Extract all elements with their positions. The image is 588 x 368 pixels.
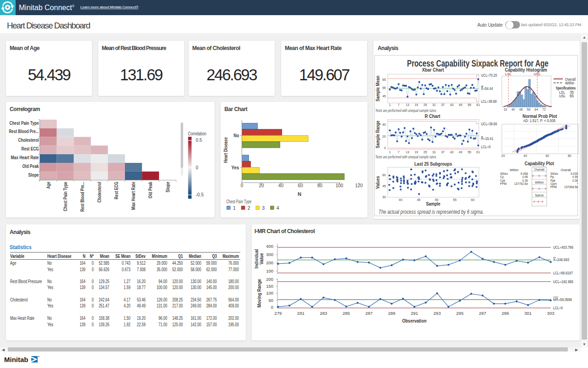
svg-text:Correlation: Correlation: [188, 131, 206, 136]
svg-text:45: 45: [382, 95, 386, 98]
svg-text:145.00: 145.00: [206, 284, 217, 290]
svg-text:No: No: [47, 297, 52, 302]
svg-text:60: 60: [382, 173, 386, 177]
svg-text:20: 20: [382, 135, 386, 138]
svg-text:50: 50: [435, 198, 439, 201]
svg-text:LCL=38.68: LCL=38.68: [481, 99, 497, 104]
svg-text:158.38: 158.38: [99, 315, 109, 321]
svg-text:2: 2: [248, 206, 250, 211]
svg-text:43: 43: [450, 151, 453, 154]
svg-text:164: 164: [79, 297, 85, 302]
svg-text:409.00: 409.00: [228, 303, 239, 308]
svg-text:Max Heart Rate: Max Heart Rate: [11, 155, 39, 160]
svg-text:Max Heart Rate: Max Heart Rate: [130, 182, 136, 210]
svg-text:32: 32: [503, 108, 507, 111]
svg-text:0: 0: [92, 284, 94, 290]
svg-text:1: 1: [233, 206, 236, 211]
svg-text:SE Mean: SE Mean: [115, 253, 130, 259]
svg-text:19: 19: [414, 103, 418, 106]
svg-text:208.25: 208.25: [172, 297, 183, 302]
svg-text:1.59: 1.59: [124, 284, 130, 290]
svg-text:25: 25: [424, 151, 427, 154]
svg-text:40: 40: [511, 108, 515, 111]
svg-text:49: 49: [459, 151, 463, 154]
svg-text:Rest ECG: Rest ECG: [113, 182, 119, 199]
svg-text:172.00: 172.00: [206, 315, 217, 321]
svg-text:200: 200: [266, 260, 273, 265]
svg-text:35.000: 35.000: [157, 267, 167, 272]
svg-text:LSL: LSL: [505, 72, 512, 76]
svg-text:56: 56: [527, 108, 531, 111]
svg-text:N: N: [298, 191, 301, 197]
svg-text:200.00: 200.00: [228, 284, 239, 290]
svg-text:564.00: 564.00: [228, 297, 239, 302]
svg-text:UCL=192.965: UCL=192.965: [553, 279, 573, 284]
svg-text:161.00: 161.00: [191, 315, 201, 321]
svg-text:164: 164: [79, 315, 85, 321]
svg-text:77.000: 77.000: [228, 267, 239, 272]
svg-text:Yes: Yes: [47, 267, 53, 272]
svg-text:56.626: 56.626: [99, 267, 109, 272]
svg-text:53.46: 53.46: [137, 297, 146, 302]
svg-text:100: 100: [335, 183, 343, 188]
svg-text:137068.58: 137068.58: [564, 185, 578, 189]
svg-text:13: 13: [406, 151, 409, 154]
svg-text:UCL=403.766: UCL=403.766: [553, 245, 573, 250]
svg-text:7: 7: [398, 103, 400, 106]
svg-text:Cholesterol: Cholesterol: [10, 297, 28, 302]
svg-text:7.938: 7.938: [137, 267, 146, 272]
svg-text:303: 303: [547, 311, 554, 316]
svg-text:61: 61: [476, 151, 480, 154]
svg-text:Yes: Yes: [47, 322, 53, 327]
svg-text:Maximum: Maximum: [223, 253, 239, 259]
svg-text:Q1: Q1: [178, 253, 183, 259]
svg-text:USL: USL: [559, 94, 565, 98]
svg-text:140.00: 140.00: [206, 279, 217, 284]
svg-text:Last 25 Subgroups: Last 25 Subgroups: [414, 161, 452, 167]
svg-text:Sample Mean: Sample Mean: [375, 76, 380, 101]
svg-text:MR=59.0596: MR=59.0596: [553, 297, 572, 302]
svg-text:R=15.41: R=15.41: [481, 136, 493, 141]
svg-text:Chest Pain Type: Chest Pain Type: [62, 182, 68, 211]
svg-text:242.64: 242.64: [99, 297, 109, 302]
svg-text:Cholesterol: Cholesterol: [96, 182, 102, 202]
svg-text:Age: Age: [10, 260, 17, 266]
svg-text:Tests are performed with unequ: Tests are performed with unequal sample …: [375, 108, 437, 113]
svg-text:Heart Disease: Heart Disease: [47, 253, 72, 259]
svg-text:299: 299: [502, 311, 509, 316]
svg-text:1: 1: [389, 151, 391, 154]
svg-text:40: 40: [382, 123, 386, 126]
svg-text:134.57: 134.57: [99, 284, 109, 290]
svg-text:4.17: 4.17: [124, 297, 130, 302]
svg-text:PPM: PPM: [500, 182, 507, 186]
svg-text:71.00: 71.00: [158, 322, 167, 327]
svg-text:Specs: Specs: [535, 193, 544, 197]
svg-text:195.00: 195.00: [228, 322, 239, 327]
svg-text:142.00: 142.00: [191, 322, 201, 327]
svg-text:285: 285: [343, 311, 350, 316]
svg-text:400: 400: [266, 244, 273, 249]
svg-text:60: 60: [298, 183, 303, 188]
svg-text:45: 45: [382, 184, 386, 188]
svg-text:18.77: 18.77: [137, 284, 146, 290]
svg-text:58.000: 58.000: [191, 267, 201, 272]
svg-text:130.00: 130.00: [191, 284, 201, 290]
svg-text:Rest Blood Pre...: Rest Blood Pre...: [9, 128, 39, 134]
svg-text:0: 0: [92, 297, 94, 302]
svg-text:No: No: [47, 315, 52, 321]
svg-text:Tests are performed with unequ: Tests are performed with unequal sample …: [375, 155, 437, 159]
svg-text:55: 55: [468, 151, 471, 154]
svg-text:120.00: 120.00: [172, 279, 183, 284]
svg-text:0: 0: [92, 279, 94, 284]
svg-text:0.743: 0.743: [122, 260, 130, 266]
svg-text:139: 139: [79, 303, 85, 308]
svg-text:0: 0: [384, 146, 386, 150]
svg-text:94.00: 94.00: [158, 279, 167, 284]
svg-text:No: No: [234, 133, 239, 138]
svg-text:44.250: 44.250: [172, 260, 183, 266]
svg-text:N: N: [83, 253, 85, 259]
svg-text:279: 279: [274, 311, 282, 316]
svg-text:20: 20: [259, 183, 264, 188]
svg-text:Cholesterol: Cholesterol: [18, 137, 39, 143]
svg-text:Sample: Sample: [426, 201, 441, 206]
